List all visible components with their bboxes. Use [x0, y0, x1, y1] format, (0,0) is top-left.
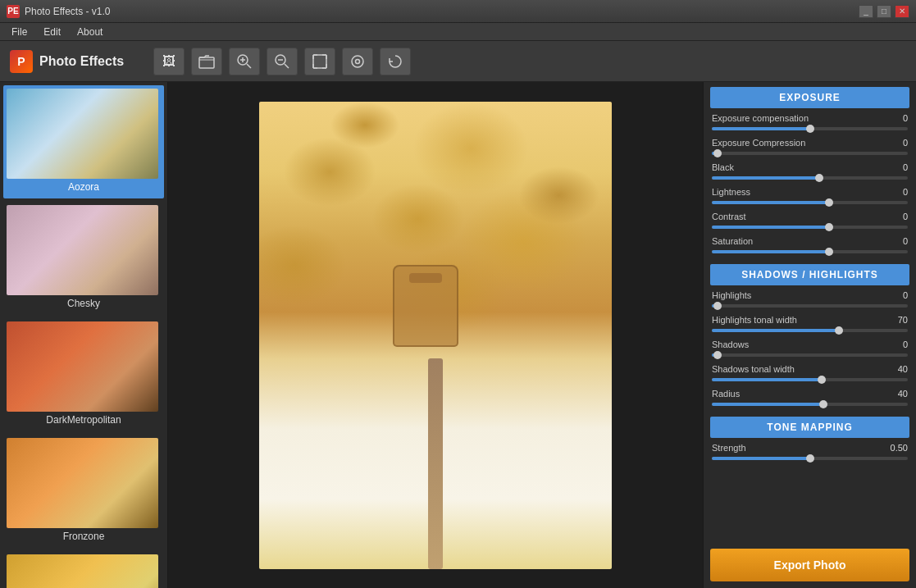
slider-container-1-3[interactable] [704, 376, 916, 387]
slider-fill-0-3 [712, 201, 829, 204]
slider-fill-1-3 [712, 378, 822, 381]
control-label-1-2: Shadows [712, 340, 878, 349]
control-row-0-3: Lightness0 [704, 185, 916, 198]
menu-file[interactable]: File [3, 25, 35, 39]
sidebar-preset-1[interactable]: Chesky [3, 202, 164, 315]
slider-thumb-1-4[interactable] [819, 400, 827, 408]
slider-thumb-0-2[interactable] [815, 174, 823, 182]
preset-label-0: Aozora [7, 179, 161, 195]
slider-fill-0-2 [712, 176, 819, 180]
slider-thumb-0-0[interactable] [806, 125, 814, 133]
minimize-button[interactable]: _ [859, 5, 873, 18]
control-value-1-1: 70 [883, 315, 908, 325]
slider-track-0-0 [712, 127, 908, 130]
slider-track-0-4 [712, 226, 908, 229]
sidebar: AozoraCheskyDarkMetropolitanFronzone [0, 82, 168, 588]
svg-line-6 [285, 64, 289, 68]
main-image [259, 102, 612, 569]
menu-about[interactable]: About [69, 25, 111, 39]
slider-track-1-4 [712, 403, 908, 406]
slider-container-1-0[interactable] [704, 302, 916, 313]
slider-container-0-5[interactable] [704, 248, 916, 259]
svg-line-2 [247, 64, 251, 68]
svg-point-9 [352, 56, 363, 67]
app-logo: P Photo Effects [10, 50, 124, 73]
slider-thumb-1-3[interactable] [818, 376, 826, 384]
logo-icon: P [10, 50, 33, 73]
maximize-button[interactable]: □ [877, 5, 891, 18]
section-header-2: TONE MAPPING [710, 417, 909, 438]
preview-button[interactable] [342, 48, 373, 75]
slider-container-0-1[interactable] [704, 149, 916, 161]
app-icon-letter: PE [7, 7, 18, 16]
canvas-area[interactable] [168, 82, 703, 588]
slider-thumb-0-5[interactable] [825, 248, 833, 256]
slider-fill-0-0 [712, 127, 810, 130]
open-folder-button[interactable] [191, 48, 222, 75]
slider-container-0-4[interactable] [704, 223, 916, 235]
slider-fill-2-0 [712, 457, 810, 460]
fit-button[interactable] [304, 48, 335, 75]
control-value-0-2: 0 [883, 162, 908, 172]
logo-letter: P [17, 55, 25, 68]
slider-track-0-1 [712, 152, 908, 155]
slider-track-1-0 [712, 304, 908, 308]
slider-container-0-2[interactable] [704, 174, 916, 185]
preset-label-3: Fronzone [7, 528, 161, 545]
slider-fill-0-5 [712, 250, 829, 253]
sidebar-preset-3[interactable]: Fronzone [3, 435, 164, 548]
sidebar-preset-0[interactable]: Aozora [3, 85, 164, 198]
control-value-1-4: 40 [883, 389, 908, 399]
title-left: PE Photo Effects - v1.0 [7, 5, 111, 18]
control-row-1-2: Shadows0 [704, 338, 916, 351]
slider-container-1-2[interactable] [704, 351, 916, 362]
sidebar-preset-4[interactable] [3, 551, 164, 588]
slider-track-1-2 [712, 353, 908, 357]
control-row-1-1: Highlights tonal width70 [704, 313, 916, 326]
svg-point-10 [356, 59, 360, 63]
control-label-0-1: Exposure Compression [712, 138, 878, 148]
preset-label-1: Chesky [7, 295, 161, 312]
preset-thumb-1 [7, 205, 158, 295]
control-label-1-3: Shadows tonal width [712, 364, 878, 374]
window-controls: _ □ ✕ [859, 5, 909, 18]
close-button[interactable]: ✕ [895, 5, 909, 18]
slider-thumb-1-0[interactable] [713, 302, 722, 310]
app-title-label: Photo Effects [39, 54, 124, 69]
slider-thumb-1-1[interactable] [835, 326, 843, 335]
svg-rect-8 [313, 55, 326, 68]
slider-thumb-1-2[interactable] [713, 351, 722, 359]
slider-container-0-3[interactable] [704, 198, 916, 210]
control-row-1-4: Radius40 [704, 387, 916, 400]
title-bar: PE Photo Effects - v1.0 _ □ ✕ [0, 0, 916, 23]
section-header-0: EXPOSURE [710, 87, 909, 108]
preset-thumb-0 [7, 89, 158, 179]
slider-track-1-1 [712, 329, 908, 332]
slider-fill-1-4 [712, 403, 823, 406]
menu-edit[interactable]: Edit [35, 25, 69, 39]
open-image-button[interactable]: 🖼 [153, 48, 185, 75]
slider-container-1-1[interactable] [704, 326, 916, 338]
export-photo-button[interactable]: Export Photo [710, 549, 909, 581]
slider-thumb-0-1[interactable] [713, 149, 722, 157]
slider-thumb-2-0[interactable] [806, 454, 814, 463]
sidebar-preset-2[interactable]: DarkMetropolitan [3, 318, 164, 431]
slider-container-2-0[interactable] [704, 454, 916, 466]
backpack-strap [409, 273, 442, 283]
zoom-out-button[interactable] [267, 48, 298, 75]
slider-thumb-0-4[interactable] [825, 223, 833, 231]
slider-thumb-0-3[interactable] [825, 198, 833, 207]
slider-container-0-0[interactable] [704, 125, 916, 136]
control-row-0-0: Exposure compensation0 [704, 112, 916, 125]
rotate-button[interactable] [380, 48, 411, 75]
app-icon: PE [7, 5, 20, 18]
control-value-0-1: 0 [883, 138, 908, 148]
slider-container-1-4[interactable] [704, 400, 916, 412]
window-title: Photo Effects - v1.0 [25, 6, 111, 17]
control-value-0-4: 0 [883, 212, 908, 221]
zoom-in-button[interactable] [229, 48, 260, 75]
control-row-1-3: Shadows tonal width40 [704, 362, 916, 376]
menu-bar: File Edit About [0, 23, 916, 41]
preset-label-2: DarkMetropolitan [7, 412, 161, 428]
tree-trunk [428, 358, 443, 569]
